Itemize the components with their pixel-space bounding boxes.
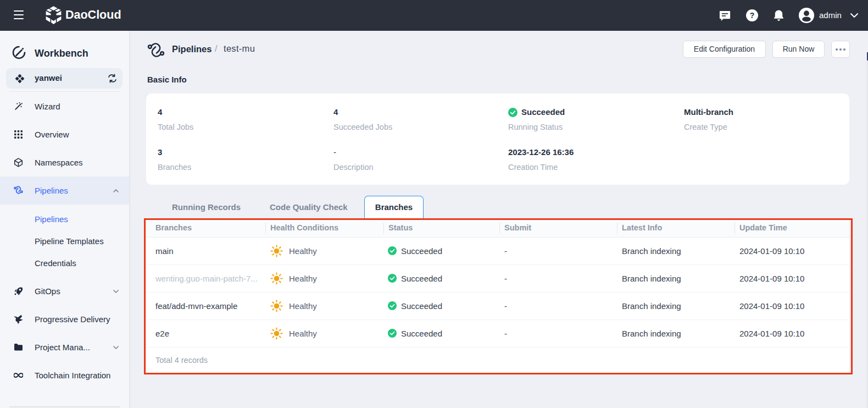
svg-text:?: ? [750,11,755,20]
